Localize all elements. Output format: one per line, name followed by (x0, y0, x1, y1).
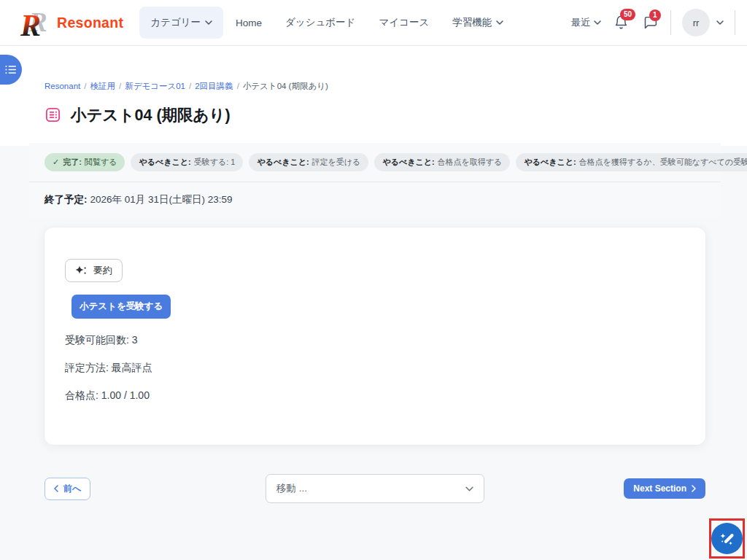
chevron-down-icon (465, 486, 473, 491)
breadcrumb-current: 小テスト04 (期限あり) (243, 82, 328, 90)
breadcrumb-link-category[interactable]: 検証用 (90, 82, 115, 90)
messages-button[interactable]: 1 (641, 15, 659, 31)
page-title: 小テスト04 (期限あり) (71, 104, 231, 125)
todo-badge-pass-or-exhaust: やるべきこと:合格点を獲得するか、受験可能なすべての受験を完了する (516, 153, 747, 171)
brand-name: Resonant (57, 15, 123, 31)
message-count-badge: 1 (649, 9, 661, 21)
quiz-info: 受験可能回数: 3 評定方法: 最高評点 合格点: 1.00 / 1.00 (65, 334, 685, 402)
notifications-button[interactable]: 50 (612, 15, 630, 31)
brand-logo[interactable]: R R Resonant (20, 6, 123, 39)
avatar: rr (682, 9, 710, 36)
chevron-down-icon (496, 20, 503, 25)
title-row: 小テスト04 (期限あり) (44, 104, 705, 125)
chevron-down-icon (205, 20, 212, 25)
navbar: R R Resonant カテゴリー Home ダッシュボード マイコース 学習… (0, 0, 747, 46)
recent-dropdown[interactable]: 最近 (571, 16, 601, 29)
magic-wand-icon (718, 529, 737, 548)
ai-assistant-fab[interactable] (711, 523, 743, 554)
breadcrumb-link-home[interactable]: Resonant (44, 82, 80, 90)
completion-badges-row: ✓ 完了:閲覧する やるべきこと:受験する: 1 やるべきこと:評定を受ける や… (29, 143, 721, 182)
notification-count-badge: 50 (620, 9, 635, 20)
divider (735, 10, 735, 35)
activity-footer-nav: 前へ 移動 ... Next Section (44, 474, 705, 503)
nav-item-categories[interactable]: カテゴリー (139, 7, 223, 39)
todo-badge-grade: やるべきこと:評定を受ける (249, 153, 368, 171)
grading-method: 評定方法: 最高評点 (65, 362, 685, 375)
nav-item-dashboard[interactable]: ダッシュボード (274, 7, 366, 39)
prev-button[interactable]: 前へ (44, 478, 90, 500)
quiz-icon (44, 106, 61, 123)
grade-to-pass: 合格点: 1.00 / 1.00 (65, 389, 685, 402)
primary-nav: カテゴリー Home ダッシュボード マイコース 学習機能 (139, 7, 514, 39)
todo-badge-passing-grade: やるべきこと:合格点を取得する (374, 153, 510, 171)
attempt-quiz-button[interactable]: 小テストを受験する (71, 295, 171, 319)
user-menu[interactable]: rr (682, 9, 724, 36)
nav-item-learning-features[interactable]: 学習機能 (441, 7, 514, 39)
next-section-button[interactable]: Next Section (624, 478, 705, 499)
brand-mark-icon: R R (20, 6, 50, 39)
svg-text:R: R (20, 9, 41, 39)
ai-summary-button[interactable]: 要約 (65, 259, 123, 282)
attempts-allowed: 受験可能回数: 3 (65, 334, 685, 347)
jump-to-select[interactable]: 移動 ... (266, 474, 484, 503)
deadline-row: 終了予定:2026年 01月 31日(土曜日) 23:59 (29, 182, 721, 217)
todo-badge-attempt: やるべきこと:受験する: 1 (131, 153, 243, 171)
list-icon (5, 64, 17, 75)
deadline-label: 終了予定: (44, 194, 88, 205)
breadcrumb-link-section[interactable]: 2回目講義 (195, 82, 233, 90)
deadline-value: 2026年 01月 31日(土曜日) 23:59 (90, 194, 233, 205)
check-icon: ✓ (53, 158, 59, 167)
breadcrumb: Resonant/検証用/新デモコース01/2回目講義/小テスト04 (期限あり… (44, 81, 705, 92)
breadcrumb-link-course[interactable]: 新デモコース01 (125, 82, 185, 90)
chevron-down-icon (716, 20, 724, 25)
completion-badge-done: ✓ 完了:閲覧する (44, 153, 125, 171)
divider (670, 10, 671, 35)
quiz-card: 要約 小テストを受験する 受験可能回数: 3 評定方法: 最高評点 合格点: 1… (44, 228, 705, 445)
annotation-highlight (709, 518, 745, 559)
chevron-down-icon (594, 20, 601, 25)
activity-info-band: ✓ 完了:閲覧する やるべきこと:受験する: 1 やるべきこと:評定を受ける や… (29, 143, 721, 217)
nav-item-home[interactable]: Home (225, 8, 273, 38)
chevron-left-icon (54, 485, 58, 492)
sparkle-icon (75, 265, 88, 276)
nav-item-mycourses[interactable]: マイコース (368, 7, 440, 39)
open-course-index-button[interactable] (0, 55, 22, 85)
chevron-right-icon (692, 485, 696, 492)
main-content: Resonant/検証用/新デモコース01/2回目講義/小テスト04 (期限あり… (0, 81, 747, 503)
